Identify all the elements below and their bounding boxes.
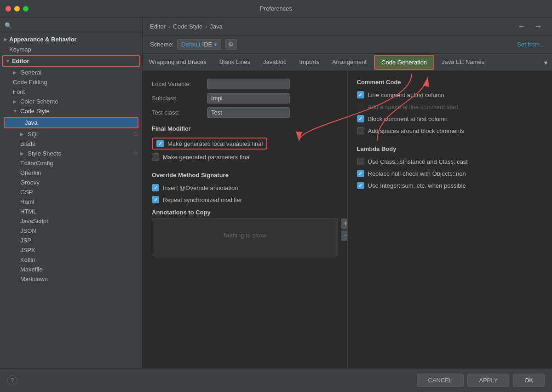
tab-arrangement[interactable]: Arrangement xyxy=(326,55,373,69)
sidebar-item-font[interactable]: Font xyxy=(0,87,142,97)
sidebar-item-groovy[interactable]: Groovy xyxy=(0,178,142,187)
sidebar-item-javascript[interactable]: JavaScript xyxy=(0,216,142,226)
naming-row-subclass: Subclass: xyxy=(152,93,338,104)
close-button[interactable] xyxy=(6,6,11,12)
spaces-around-row: Add spaces around block comments xyxy=(357,127,543,134)
cancel-button[interactable]: CANCEL xyxy=(417,374,464,387)
sidebar-item-keymap[interactable]: Keymap xyxy=(0,45,142,54)
add-space-checkbox[interactable] xyxy=(357,103,364,110)
sidebar-item-color-scheme[interactable]: ▶ Color Scheme xyxy=(0,97,142,106)
sidebar-item-json[interactable]: JSON xyxy=(0,226,142,236)
breadcrumb-java[interactable]: Java xyxy=(210,23,222,30)
remove-annotation-button[interactable]: − xyxy=(341,231,348,241)
action-buttons: CANCEL APPLY OK xyxy=(417,374,545,387)
annotations-title: Annotations to Copy xyxy=(152,209,338,216)
use-integer-row: Use Integer::sum, etc. when possible xyxy=(357,182,543,189)
sidebar-item-style-sheets[interactable]: ▶ Style Sheets ⊡ xyxy=(0,149,142,158)
sidebar-item-general[interactable]: ▶ General xyxy=(0,68,142,77)
final-modifier-section: Final Modifier Make generated local vari… xyxy=(152,125,338,161)
block-comment-label: Block comment at first column xyxy=(368,115,448,122)
maximize-button[interactable] xyxy=(23,6,29,12)
arrow-icon: ▶ xyxy=(20,132,26,137)
test-class-label: Test class: xyxy=(152,109,207,116)
apply-button[interactable]: APPLY xyxy=(467,374,509,387)
lambda-body-section: Lambda Body Use Class::isInstance and Cl… xyxy=(357,145,543,189)
window-controls[interactable] xyxy=(6,6,29,12)
tab-blank-lines[interactable]: Blank Lines xyxy=(213,55,257,69)
tab-code-generation[interactable]: Code Generation xyxy=(374,55,434,70)
replace-null-checkbox[interactable] xyxy=(357,170,364,177)
sidebar-item-gherkin[interactable]: Gherkin xyxy=(0,168,142,178)
use-integer-checkbox[interactable] xyxy=(357,182,364,189)
sidebar-item-jspx[interactable]: JSPX xyxy=(0,245,142,255)
sidebar-item-code-editing[interactable]: Code Editing xyxy=(0,77,142,87)
make-local-row: Make generated local variables final xyxy=(152,138,267,150)
line-comment-checkbox[interactable] xyxy=(357,91,364,98)
scheme-selector[interactable]: Default IDE ▾ xyxy=(177,39,221,50)
naming-row-local: Local Variable: xyxy=(152,79,338,89)
tab-more-button[interactable]: ▾ xyxy=(540,56,552,69)
sidebar-item-makefile[interactable]: Makefile xyxy=(0,265,142,274)
sidebar-item-appearance[interactable]: ▶ Appearance & Behavior xyxy=(0,34,142,45)
tab-javadoc[interactable]: JavaDoc xyxy=(257,55,293,69)
tab-imports[interactable]: Imports xyxy=(293,55,326,69)
tab-java-ee[interactable]: Java EE Names xyxy=(435,55,491,69)
insert-override-label: Insert @Override annotation xyxy=(163,184,238,191)
sidebar-item-editor-config[interactable]: EditorConfig xyxy=(0,158,142,168)
sidebar-item-markdown[interactable]: Markdown xyxy=(0,274,142,284)
comment-code-title: Comment Code xyxy=(357,79,543,86)
window-title: Preferences xyxy=(260,5,292,12)
repeat-synchronized-row: Repeat synchronized modifier xyxy=(152,196,338,203)
minimize-button[interactable] xyxy=(14,6,20,12)
search-bar[interactable] xyxy=(0,19,142,32)
use-class-checkbox[interactable] xyxy=(357,158,364,165)
annotations-section: Annotations to Copy Nothing to show + − xyxy=(152,209,338,255)
subclass-input[interactable] xyxy=(207,93,290,104)
set-from-button[interactable]: Set from... xyxy=(517,41,545,48)
style-sheets-icon: ⊡ xyxy=(133,150,138,156)
search-input[interactable] xyxy=(5,22,138,29)
ok-button[interactable]: OK xyxy=(513,374,545,387)
spaces-around-checkbox[interactable] xyxy=(357,127,364,134)
panel-right: Comment Code Line comment at first colum… xyxy=(348,71,552,368)
insert-override-checkbox[interactable] xyxy=(152,184,159,191)
add-space-row: Add a space at line comment start xyxy=(357,103,543,110)
make-params-label: Make generated parameters final xyxy=(163,154,251,161)
sidebar-item-code-style[interactable]: ▼ Code Style xyxy=(0,106,142,116)
test-class-input[interactable] xyxy=(207,107,290,118)
sidebar-item-editor[interactable]: ▼ Editor xyxy=(2,55,140,67)
line-comment-row: Line comment at first column xyxy=(357,91,543,98)
local-variable-input[interactable] xyxy=(207,79,290,89)
make-local-label: Make generated local variables final xyxy=(167,140,263,147)
sidebar-item-gsp[interactable]: GSP xyxy=(0,187,142,197)
forward-arrow[interactable]: → xyxy=(532,21,545,31)
sidebar-item-jsp[interactable]: JSP xyxy=(0,236,142,245)
annotations-box-wrapper: Nothing to show + − xyxy=(152,219,338,255)
replace-null-label: Replace null-check with Objects::non xyxy=(368,170,466,177)
sidebar-item-sql[interactable]: ▶ SQL ⊡ xyxy=(0,129,142,139)
tab-wrapping[interactable]: Wrapping and Braces xyxy=(143,55,213,69)
block-comment-checkbox[interactable] xyxy=(357,115,364,122)
add-annotation-button[interactable]: + xyxy=(341,219,348,229)
sidebar-item-html[interactable]: HTML xyxy=(0,207,142,216)
back-arrow[interactable]: ← xyxy=(515,21,528,31)
help-button[interactable]: ? xyxy=(7,375,17,386)
sidebar-item-blade[interactable]: Blade xyxy=(0,139,142,149)
sidebar-item-java[interactable]: Java xyxy=(4,117,138,128)
breadcrumb-editor[interactable]: Editor xyxy=(150,23,166,30)
insert-override-row: Insert @Override annotation xyxy=(152,184,338,191)
make-local-checkbox[interactable] xyxy=(156,140,164,147)
local-variable-label: Local Variable: xyxy=(152,81,207,87)
repeat-synchronized-checkbox[interactable] xyxy=(152,196,159,203)
make-params-checkbox[interactable] xyxy=(152,153,159,161)
use-class-label: Use Class::isInstance and Class::cast xyxy=(368,158,468,165)
breadcrumb-code-style[interactable]: Code Style xyxy=(173,23,202,30)
arrow-icon: ▶ xyxy=(13,70,18,75)
override-section: Override Method Signature Insert @Overri… xyxy=(152,172,338,203)
naming-section: Local Variable: Subclass: Test class: xyxy=(152,79,338,118)
sidebar: ▶ Appearance & Behavior Keymap ▼ Editor … xyxy=(0,17,143,368)
scheme-label: Scheme: xyxy=(150,41,173,48)
sidebar-item-haml[interactable]: Haml xyxy=(0,197,142,207)
gear-button[interactable]: ⚙ xyxy=(225,39,237,50)
sidebar-item-kotlin[interactable]: Kotlin xyxy=(0,255,142,265)
